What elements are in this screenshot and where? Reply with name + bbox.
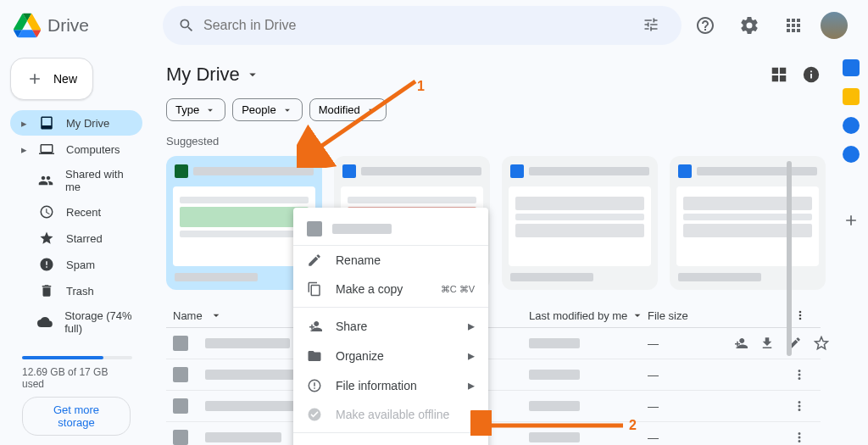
caret-down-icon: [204, 104, 216, 116]
filter-chips: Type People Modified: [166, 98, 821, 121]
trash-icon: [39, 283, 54, 298]
more-icon[interactable]: [792, 398, 807, 414]
caret-down-icon: [365, 104, 377, 116]
copy-icon: [307, 281, 322, 297]
nav-list: ▸My Drive ▸Computers Shared with me Rece…: [10, 110, 142, 340]
header: Drive: [0, 0, 868, 51]
laptop-icon: [39, 142, 54, 157]
new-button-label: New: [53, 72, 77, 86]
ctx-copy[interactable]: Make a copy⌘C ⌘V: [293, 275, 488, 303]
nav-shared[interactable]: Shared with me: [10, 163, 142, 198]
suggested-card[interactable]: [502, 156, 658, 290]
person-add-icon: [307, 319, 322, 334]
context-menu-header: [293, 213, 488, 246]
spam-icon: [39, 257, 54, 272]
search-input[interactable]: [203, 18, 627, 33]
nav-trash[interactable]: Trash: [10, 278, 142, 303]
star-icon: [39, 231, 54, 246]
more-icon[interactable]: [792, 430, 807, 445]
table-row[interactable]: —: [166, 391, 821, 422]
drive-icon: [39, 115, 54, 131]
suggested-card[interactable]: [670, 156, 826, 290]
nav-spam[interactable]: Spam: [10, 252, 142, 277]
pencil-icon: [307, 253, 322, 268]
ctx-share[interactable]: Share▸: [293, 311, 488, 341]
nav-recent[interactable]: Recent: [10, 199, 142, 225]
calendar-addon-icon[interactable]: [843, 59, 860, 76]
ctx-organize[interactable]: Organize▸: [293, 341, 488, 370]
sidebar: New ▸My Drive ▸Computers Shared with me …: [0, 51, 153, 445]
table-header: Name Last modified by me File size: [166, 303, 821, 328]
storage-bar: [22, 356, 132, 359]
share-icon[interactable]: [732, 336, 748, 351]
col-size[interactable]: File size: [648, 309, 732, 322]
search-bar[interactable]: [163, 6, 682, 45]
storage-used-label: 12.69 GB of 17 GB used: [22, 366, 131, 390]
download-icon[interactable]: [760, 336, 775, 351]
ctx-file-info[interactable]: File information▸: [293, 370, 488, 400]
table-row[interactable]: —: [166, 328, 821, 359]
suggested-label: Suggested: [166, 135, 821, 147]
star-outline-icon[interactable]: [814, 336, 829, 351]
grid-view-icon[interactable]: [770, 65, 788, 84]
search-icon: [178, 17, 195, 34]
header-actions: [688, 8, 854, 42]
new-button[interactable]: New: [10, 58, 93, 100]
main: My Drive Type People Modified Suggested …: [153, 51, 834, 445]
cloud-icon: [37, 314, 53, 330]
folder-icon: [307, 348, 322, 364]
caret-down-icon: [631, 309, 644, 322]
keep-addon-icon[interactable]: [843, 88, 860, 105]
drive-logo-icon: [14, 13, 41, 38]
clock-icon: [39, 204, 54, 220]
apps-icon[interactable]: [776, 8, 810, 42]
info-icon[interactable]: [802, 65, 821, 84]
caret-down-icon: [245, 67, 260, 82]
file-table: Name Last modified by me File size —: [166, 303, 821, 445]
chip-modified[interactable]: Modified: [309, 98, 387, 121]
contacts-addon-icon[interactable]: [843, 146, 860, 163]
caret-down-icon: [281, 104, 293, 116]
arrow-down-icon: [209, 309, 223, 322]
ctx-trash[interactable]: Move to trash: [293, 437, 488, 445]
ctx-rename[interactable]: Rename: [293, 246, 488, 275]
nav-computers[interactable]: ▸Computers: [10, 136, 142, 162]
suggested-cards: [166, 156, 821, 290]
account-avatar[interactable]: [821, 12, 848, 39]
scrollbar[interactable]: [787, 161, 792, 356]
get-storage-button[interactable]: Get more storage: [22, 397, 131, 436]
plus-icon: [26, 70, 43, 87]
table-row[interactable]: —: [166, 422, 821, 445]
nav-my-drive[interactable]: ▸My Drive: [10, 110, 142, 136]
plus-addon-icon[interactable]: [843, 212, 860, 229]
ctx-offline: Make available offline: [293, 400, 488, 429]
chip-type[interactable]: Type: [166, 98, 225, 121]
logo[interactable]: Drive: [14, 13, 149, 38]
app-name: Drive: [47, 15, 89, 36]
page-title[interactable]: My Drive: [166, 64, 260, 86]
chip-people[interactable]: People: [232, 98, 302, 121]
nav-storage[interactable]: Storage (74% full): [10, 304, 142, 340]
offline-icon: [307, 407, 322, 422]
side-panel: [834, 51, 868, 445]
storage-section: 12.69 GB of 17 GB used Get more storage: [10, 341, 142, 444]
tune-icon: [643, 16, 659, 33]
people-icon: [38, 173, 53, 188]
table-row[interactable]: —: [166, 359, 821, 391]
info-outline-icon: [307, 378, 322, 393]
more-icon[interactable]: [792, 367, 807, 382]
nav-starred[interactable]: Starred: [10, 225, 142, 251]
gear-icon[interactable]: [732, 8, 766, 42]
tasks-addon-icon[interactable]: [843, 117, 860, 134]
context-menu: Rename Make a copy⌘C ⌘V Share▸ Organize▸…: [293, 208, 488, 445]
help-icon[interactable]: [688, 8, 722, 42]
more-icon[interactable]: [793, 309, 807, 322]
col-last-modified[interactable]: Last modified by me: [529, 309, 648, 322]
search-options-button[interactable]: [627, 9, 675, 42]
